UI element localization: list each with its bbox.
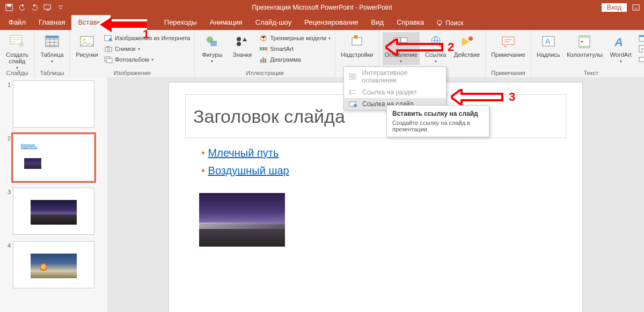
action-button[interactable]: Действие xyxy=(452,32,482,59)
group-tables-label: Таблицы xyxy=(38,70,66,76)
number-icon: # xyxy=(638,44,644,53)
object-icon xyxy=(638,55,644,64)
group-text-label: Текст xyxy=(535,70,644,76)
action-icon xyxy=(458,33,475,50)
svg-rect-30 xyxy=(354,35,357,39)
svg-rect-54 xyxy=(349,90,351,92)
date-time-button[interactable] xyxy=(637,33,644,43)
textbox-button[interactable]: A Надпись xyxy=(535,32,562,59)
group-illustrations-label: Иллюстрации xyxy=(198,70,332,76)
bullet-link-2[interactable]: Воздушный шар xyxy=(201,165,566,177)
svg-rect-16 xyxy=(107,46,109,47)
svg-point-4 xyxy=(437,20,442,25)
menu-interactive-toc[interactable]: Интерактивное оглавление xyxy=(344,67,446,86)
grid-icon xyxy=(348,73,358,80)
content-placeholder[interactable]: Млечный путь Воздушный шар xyxy=(185,145,566,307)
svg-rect-10 xyxy=(80,36,93,46)
thumbnail-4[interactable]: 4 xyxy=(0,241,107,288)
inserted-picture[interactable] xyxy=(199,193,285,247)
svg-rect-5 xyxy=(439,25,441,26)
group-text: A Надпись Колонтитулы A WordArt ▾ # xyxy=(531,30,644,77)
wordart-icon: A xyxy=(612,33,630,50)
toc-dropdown-menu: Интерактивное оглавление Ссылка на разде… xyxy=(343,66,447,110)
icons-label: Значки xyxy=(233,51,252,58)
addins-icon xyxy=(348,33,365,50)
camera-icon xyxy=(104,44,113,53)
slide-editing-surface[interactable]: Заголовок слайда Млечный путь Воздушный … xyxy=(169,83,582,312)
shapes-button[interactable]: Фигуры ▾ xyxy=(198,32,226,65)
tab-view[interactable]: Вид xyxy=(365,15,391,30)
table-label: Таблица xyxy=(40,51,63,58)
slide-thumbnails-pane[interactable]: 1 2 Млечный путь Воздушный шар 3 xyxy=(0,77,107,312)
tab-animations[interactable]: Анимация xyxy=(203,15,249,30)
annotation-1: 1 xyxy=(97,15,157,34)
group-comments-label: Примечания xyxy=(489,70,528,76)
object-button[interactable] xyxy=(637,55,644,64)
textbox-icon: A xyxy=(540,33,557,50)
svg-text:#: # xyxy=(641,47,643,52)
screenshot-button[interactable]: Снимок▾ xyxy=(103,44,191,54)
redo-icon[interactable] xyxy=(29,2,41,13)
addins-button[interactable]: Надстройки xyxy=(339,32,375,59)
ribbon-insert: Создать слайд ▾ Слайды Таблица ▾ Таблицы xyxy=(0,30,644,78)
textbox-label: Надпись xyxy=(537,51,560,58)
svg-rect-55 xyxy=(349,93,351,94)
table-button[interactable]: Таблица ▾ xyxy=(38,32,66,65)
svg-rect-20 xyxy=(210,41,217,46)
chart-button[interactable]: Диаграмма xyxy=(258,55,332,64)
save-icon[interactable] xyxy=(3,2,15,13)
tab-slideshow[interactable]: Слайд-шоу xyxy=(249,15,298,30)
svg-rect-23 xyxy=(260,47,262,50)
group-illustrations: Фигуры ▾ Значки Трехмерные модели ▾ Smar… xyxy=(195,30,335,77)
svg-rect-44 xyxy=(639,35,644,37)
svg-point-35 xyxy=(469,36,473,41)
tab-home[interactable]: Главная xyxy=(32,15,71,30)
album-icon xyxy=(104,55,113,64)
group-images-label: Изображения xyxy=(73,70,191,76)
bullet-link-1[interactable]: Млечный путь xyxy=(201,147,566,159)
menu-section-link[interactable]: Ссылка на раздел xyxy=(344,86,446,98)
new-slide-icon xyxy=(9,33,26,50)
svg-rect-1 xyxy=(8,4,11,6)
smartart-button[interactable]: SmartArt xyxy=(258,44,332,54)
new-slide-button[interactable]: Создать слайд ▾ xyxy=(3,32,31,71)
svg-point-11 xyxy=(83,39,85,41)
tell-me-search[interactable]: Поиск xyxy=(430,16,469,30)
svg-rect-52 xyxy=(349,77,352,79)
icons-button[interactable]: Значки xyxy=(228,32,256,59)
smartart-icon xyxy=(259,44,268,53)
undo-icon[interactable] xyxy=(16,2,28,13)
svg-rect-51 xyxy=(353,74,356,76)
ribbon-display-icon[interactable] xyxy=(631,3,641,12)
thumbnail-3[interactable]: 3 xyxy=(0,188,107,235)
3d-models-button[interactable]: Трехмерные модели ▾ xyxy=(258,33,332,43)
pictures-button[interactable]: Рисунки xyxy=(73,32,101,59)
workspace: 1 2 Млечный путь Воздушный шар 3 xyxy=(0,77,644,312)
photo-album-button[interactable]: Фотоальбом▾ xyxy=(103,55,191,64)
slide-number-button[interactable]: # xyxy=(637,44,644,54)
slideshow-start-icon[interactable] xyxy=(42,2,54,13)
icons-gallery-icon xyxy=(233,33,251,50)
header-label: Колонтитулы xyxy=(567,51,603,58)
comment-icon xyxy=(500,33,517,50)
wordart-button[interactable]: A WordArt ▾ xyxy=(607,32,635,65)
svg-rect-53 xyxy=(353,77,356,79)
svg-text:A: A xyxy=(545,37,551,46)
title-right: Вход xyxy=(602,3,641,12)
slide-canvas-area[interactable]: Заголовок слайда Млечный путь Воздушный … xyxy=(107,77,644,312)
group-slides: Создать слайд ▾ Слайды xyxy=(0,30,35,77)
qat-customize-icon[interactable] xyxy=(55,2,67,13)
thumbnail-1[interactable]: 1 xyxy=(0,80,107,128)
tooltip-title: Вставить ссылку на слайд xyxy=(392,110,484,117)
login-button[interactable]: Вход xyxy=(602,3,627,12)
svg-rect-59 xyxy=(112,21,147,28)
thumbnail-2[interactable]: 2 Млечный путь Воздушный шар xyxy=(0,134,107,181)
tab-file[interactable]: Файл xyxy=(2,15,32,30)
quick-access-toolbar xyxy=(3,2,67,13)
tab-help[interactable]: Справка xyxy=(390,15,430,30)
group-comments: Примечание Примечания xyxy=(486,30,531,77)
addins-label: Надстройки xyxy=(341,51,373,58)
comment-button[interactable]: Примечание xyxy=(489,32,528,59)
header-footer-button[interactable]: Колонтитулы xyxy=(565,32,605,59)
tab-review[interactable]: Рецензирование xyxy=(298,15,364,30)
